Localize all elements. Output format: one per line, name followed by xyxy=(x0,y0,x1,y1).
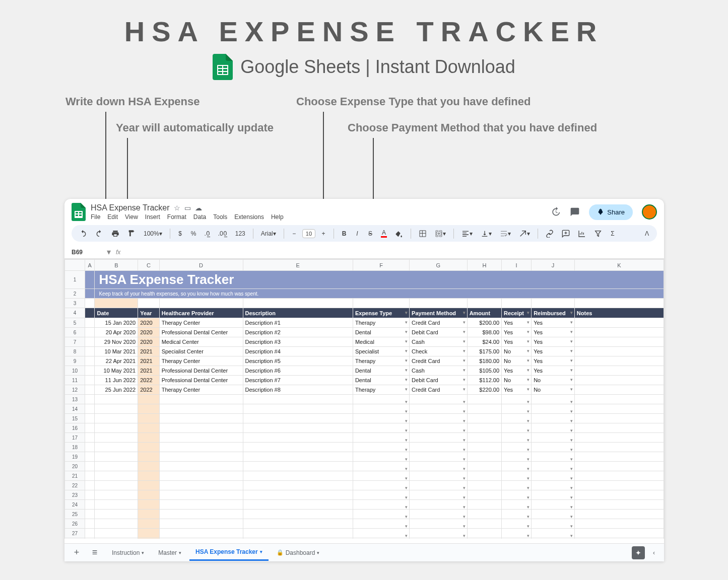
col-header-B[interactable]: B xyxy=(95,260,138,271)
cell-receipt[interactable] xyxy=(502,490,532,500)
cell-method[interactable] xyxy=(410,414,468,423)
cell-description[interactable]: Description #4 xyxy=(243,347,353,356)
cell-date[interactable]: 25 Jun 2022 xyxy=(95,385,138,395)
cell-type[interactable] xyxy=(353,423,409,433)
cell-description[interactable]: Description #3 xyxy=(243,337,353,347)
table-row[interactable]: 17 xyxy=(65,433,664,443)
cell-type[interactable] xyxy=(353,452,409,462)
cell-notes[interactable] xyxy=(574,385,664,395)
row-header-14[interactable]: 14 xyxy=(65,404,85,414)
table-row[interactable]: 18 xyxy=(65,443,664,452)
decrease-font-button[interactable]: − xyxy=(289,228,299,239)
doc-title[interactable]: HSA Expense Tracker xyxy=(91,203,170,212)
cell-receipt[interactable] xyxy=(502,529,532,538)
cell-type[interactable]: Dental xyxy=(353,366,409,376)
cell-notes[interactable] xyxy=(574,347,664,356)
hdr-receipt[interactable]: Receipt xyxy=(502,308,532,318)
table-row[interactable]: 20 xyxy=(65,462,664,471)
strikethrough-button[interactable]: S xyxy=(365,228,375,239)
table-row[interactable]: 23 xyxy=(65,490,664,500)
table-row[interactable]: 620 Apr 20202020Professional Dental Cent… xyxy=(65,328,664,337)
row-header-8[interactable]: 8 xyxy=(65,347,85,356)
cell-reimbursed[interactable] xyxy=(532,481,575,490)
cell-receipt[interactable] xyxy=(502,510,532,519)
menu-help[interactable]: Help xyxy=(271,213,284,221)
hdr-type[interactable]: Expense Type xyxy=(353,308,409,318)
row-header-19[interactable]: 19 xyxy=(65,452,85,462)
spreadsheet-grid[interactable]: ABCDEFGHIJK1HSA Expense Tracker2Keep tra… xyxy=(64,259,664,539)
menu-extensions[interactable]: Extensions xyxy=(234,213,264,221)
cell-receipt[interactable]: Yes xyxy=(502,318,532,328)
cell-reimbursed[interactable] xyxy=(532,443,575,452)
cell-type[interactable] xyxy=(353,433,409,443)
cell-reimbursed[interactable] xyxy=(532,538,575,539)
row-header-10[interactable]: 10 xyxy=(65,366,85,376)
row-header-18[interactable]: 18 xyxy=(65,443,85,452)
cell-receipt[interactable] xyxy=(502,471,532,481)
cell-reimbursed[interactable] xyxy=(532,452,575,462)
increase-decimal-button[interactable]: .00̲ xyxy=(216,228,230,239)
row-header-9[interactable]: 9 xyxy=(65,356,85,366)
cell-description[interactable]: Description #8 xyxy=(243,385,353,395)
cell-method[interactable]: Debit Card xyxy=(410,328,468,337)
borders-button[interactable] xyxy=(416,228,429,240)
table-row[interactable]: 1111 Jun 20222022Professional Dental Cen… xyxy=(65,376,664,385)
row-header-27[interactable]: 27 xyxy=(65,529,85,538)
cell-amount[interactable]: $220.00 xyxy=(467,385,501,395)
cell-receipt[interactable] xyxy=(502,452,532,462)
cell-type[interactable] xyxy=(353,481,409,490)
paint-format-button[interactable] xyxy=(125,228,138,240)
cell-notes[interactable] xyxy=(574,356,664,366)
col-header-G[interactable]: G xyxy=(410,260,468,271)
all-sheets-button[interactable]: ≡ xyxy=(88,547,102,558)
cell-receipt[interactable]: Yes xyxy=(502,366,532,376)
cell-reimbursed[interactable] xyxy=(532,519,575,529)
cell-receipt[interactable] xyxy=(502,500,532,510)
menu-edit[interactable]: Edit xyxy=(107,213,118,221)
row-header-3[interactable]: 3 xyxy=(65,299,85,308)
cell-receipt[interactable]: Yes xyxy=(502,328,532,337)
cell-receipt[interactable]: No xyxy=(502,376,532,385)
cell-reimbursed[interactable] xyxy=(532,423,575,433)
italic-button[interactable]: I xyxy=(352,228,362,239)
cell-amount[interactable]: $180.00 xyxy=(467,356,501,366)
cell-reimbursed[interactable]: Yes xyxy=(532,337,575,347)
increase-font-button[interactable]: + xyxy=(318,228,328,239)
cell-method[interactable] xyxy=(410,423,468,433)
table-row[interactable]: 922 Apr 20212021Therapy CenterDescriptio… xyxy=(65,356,664,366)
cell-reimbursed[interactable] xyxy=(532,462,575,471)
menu-tools[interactable]: Tools xyxy=(213,213,227,221)
row-header-15[interactable]: 15 xyxy=(65,414,85,423)
cell-method[interactable] xyxy=(410,481,468,490)
cell-date[interactable]: 10 May 2021 xyxy=(95,366,138,376)
sheet-tab-instruction[interactable]: Instruction▾ xyxy=(106,544,150,561)
bold-button[interactable]: B xyxy=(339,228,349,239)
cell-receipt[interactable] xyxy=(502,462,532,471)
cell-notes[interactable] xyxy=(574,328,664,337)
cell-receipt[interactable]: No xyxy=(502,356,532,366)
move-icon[interactable]: ▭ xyxy=(184,204,191,212)
sheets-doc-icon[interactable] xyxy=(72,203,86,221)
row-header-23[interactable]: 23 xyxy=(65,490,85,500)
add-comment-button[interactable] xyxy=(559,228,572,240)
cell-type[interactable] xyxy=(353,395,409,404)
cell-method[interactable] xyxy=(410,404,468,414)
cell-receipt[interactable]: Yes xyxy=(502,385,532,395)
hdr-method[interactable]: Payment Method xyxy=(410,308,468,318)
cell-type[interactable]: Dental xyxy=(353,376,409,385)
history-icon[interactable] xyxy=(551,207,561,217)
cell-type[interactable] xyxy=(353,404,409,414)
table-row[interactable]: 25 xyxy=(65,510,664,519)
cell-reimbursed[interactable] xyxy=(532,510,575,519)
cell-method[interactable]: Credit Card xyxy=(410,385,468,395)
cell-description[interactable]: Description #6 xyxy=(243,366,353,376)
cell-provider[interactable]: Professional Dental Center xyxy=(159,328,243,337)
cell-provider[interactable]: Therapy Center xyxy=(159,356,243,366)
cell-description[interactable]: Description #5 xyxy=(243,356,353,366)
cell-type[interactable]: Dental xyxy=(353,328,409,337)
table-row[interactable]: 1225 Jun 20222022Therapy CenterDescripti… xyxy=(65,385,664,395)
decrease-decimal-button[interactable]: .0̲ xyxy=(202,228,212,239)
row-header-11[interactable]: 11 xyxy=(65,376,85,385)
row-header-26[interactable]: 26 xyxy=(65,519,85,529)
sheet-tab-master[interactable]: Master▾ xyxy=(152,544,187,561)
